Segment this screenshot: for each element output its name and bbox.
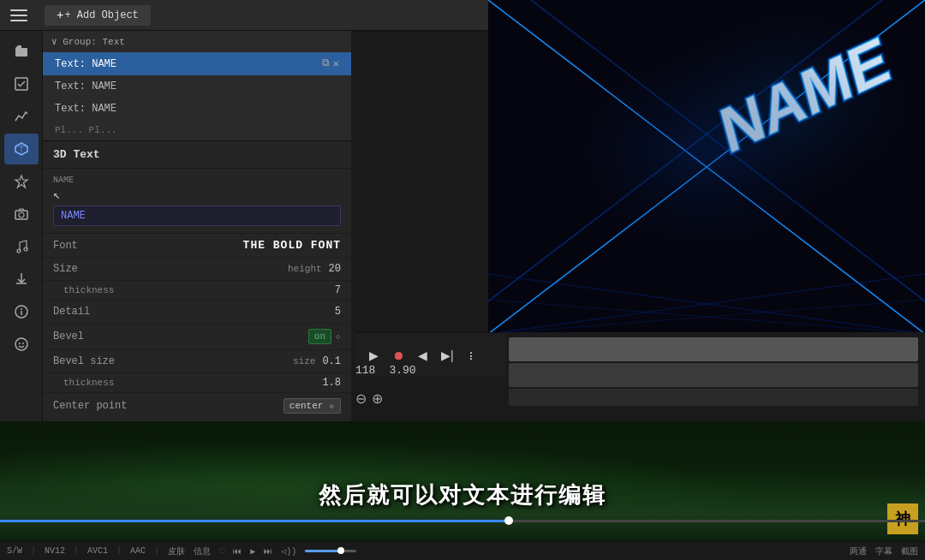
play-button[interactable]: ▶ xyxy=(366,346,382,365)
sidebar-item-3d[interactable] xyxy=(4,134,39,164)
progress-bar[interactable] xyxy=(0,520,925,522)
status-channels: 两通 xyxy=(850,545,867,557)
waveform-button[interactable]: ⫶ xyxy=(464,346,477,365)
sidebar-item-emoji[interactable] xyxy=(4,329,39,360)
menu-icon[interactable] xyxy=(10,9,27,21)
svg-point-3 xyxy=(19,212,24,217)
status-bar: S/W | NV12 | AVC1 | AAC | 皮肤 信息 □ ⏮ ▶ ⏭ … xyxy=(0,541,925,560)
group-header: ∨ Group: Text xyxy=(43,31,351,52)
panel-title: 3D Text xyxy=(43,141,351,169)
object-item-partial: Pl... Pl... xyxy=(43,120,351,140)
timeline-track-3 xyxy=(509,389,918,406)
copy-icon[interactable]: ⧉ xyxy=(322,57,330,70)
font-label: Font xyxy=(53,240,243,252)
status-right-group: 两通 字幕 截图 xyxy=(850,545,918,557)
bevel-size-row: Bevel size size 0.1 xyxy=(43,350,351,373)
object-item-2[interactable]: Text: NAME xyxy=(43,98,351,120)
timeline-track-1 xyxy=(509,337,918,361)
detail-label: Detail xyxy=(53,306,335,318)
record-button[interactable]: ⏺ xyxy=(389,346,408,365)
sidebar-item-checklist[interactable] xyxy=(4,69,39,99)
progress-thumb xyxy=(504,516,513,525)
size-thickness-label: thickness xyxy=(63,285,335,295)
rewind-button[interactable]: ◀ xyxy=(415,346,431,365)
prev-frame-button[interactable]: ⏮ xyxy=(233,546,242,557)
status-subtitles[interactable]: 字幕 xyxy=(875,545,892,557)
sidebar-item-camera[interactable] xyxy=(4,199,39,229)
timeline-track-2 xyxy=(509,363,918,387)
sidebar-icons xyxy=(0,31,43,421)
add-object-button[interactable]: + + Add Object xyxy=(45,5,151,26)
timecode-seconds: 3.90 xyxy=(389,364,415,377)
size-height-value[interactable]: 20 xyxy=(329,263,341,275)
size-thickness-value[interactable]: 7 xyxy=(335,284,341,296)
preview-viewport: NAME NAME NAME NAME xyxy=(488,31,925,334)
sidebar-item-download[interactable] xyxy=(4,264,39,295)
volume-slider[interactable] xyxy=(305,550,356,552)
bevel-thickness-value[interactable]: 1.8 xyxy=(322,377,341,389)
status-aac: AAC xyxy=(130,546,146,556)
zoom-controls: ⊖ ⊕ xyxy=(355,392,383,406)
svg-point-10 xyxy=(22,343,24,344)
timeline-panel xyxy=(505,332,925,421)
status-nv12: NV12 xyxy=(45,546,65,556)
bevel-dropdown-icon[interactable]: ⬦ xyxy=(335,331,341,343)
step-forward-button[interactable]: ▶| xyxy=(438,346,457,365)
text-input-row: NAME ↖ xyxy=(43,169,351,234)
sidebar-item-info[interactable] xyxy=(4,296,39,327)
detail-row: Detail 5 xyxy=(43,301,351,324)
object-list: ∨ Group: Text Text: NAME ⧉ ✕ Text: NAME … xyxy=(43,31,351,141)
bevel-row: Bevel on ⬦ xyxy=(43,324,351,350)
cursor-pointer-icon: ↖ xyxy=(53,188,60,202)
plus-icon: + xyxy=(57,9,63,22)
detail-value[interactable]: 5 xyxy=(335,306,341,318)
sidebar-item-music[interactable] xyxy=(4,231,39,262)
status-skin[interactable]: 皮肤 xyxy=(168,545,185,557)
svg-rect-29 xyxy=(488,31,925,334)
volume-thumb xyxy=(337,547,344,554)
font-value: THE BOLD FONT xyxy=(243,239,341,252)
zoom-in-button[interactable]: ⊕ xyxy=(372,392,383,406)
bevel-value-badge[interactable]: on xyxy=(308,329,331,344)
video-subtitle: 然后就可以对文本进行编辑 xyxy=(0,480,925,510)
main-layout: ∨ Group: Text Text: NAME ⧉ ✕ Text: NAME … xyxy=(0,31,925,421)
right-area: NAME NAME NAME NAME xyxy=(351,31,925,421)
object-item-0[interactable]: Text: NAME ⧉ ✕ xyxy=(43,52,351,75)
sidebar-item-star[interactable] xyxy=(4,166,39,197)
text-input-label: NAME xyxy=(53,176,341,185)
play-status-button[interactable]: ▶ xyxy=(250,546,255,557)
bevel-thickness-label: thickness xyxy=(63,378,322,388)
center-row: Center point center ⬦ xyxy=(43,393,351,420)
zoom-out-button[interactable]: ⊖ xyxy=(355,392,367,406)
volume-icon: ◁)) xyxy=(281,546,296,557)
progress-fill xyxy=(0,520,509,522)
text-name-input[interactable] xyxy=(53,206,341,226)
center-label: Center point xyxy=(53,400,283,412)
volume-track[interactable] xyxy=(305,550,356,552)
status-avc1: AVC1 xyxy=(87,546,108,556)
bevel-label: Bevel xyxy=(53,331,308,343)
bevel-size-label: Bevel size xyxy=(53,355,184,367)
close-icon[interactable]: ✕ xyxy=(333,57,339,70)
size-label: Size xyxy=(53,263,188,275)
object-item-1[interactable]: Text: NAME xyxy=(43,75,351,98)
volume-fill xyxy=(305,550,341,552)
status-info[interactable]: 信息 xyxy=(194,545,211,557)
size-height-label: height xyxy=(188,264,329,274)
size-thickness-row: thickness 7 xyxy=(43,281,351,301)
left-panel: ∨ Group: Text Text: NAME ⧉ ✕ Text: NAME … xyxy=(43,31,351,421)
svg-point-7 xyxy=(21,308,22,310)
status-screenshot[interactable]: 截图 xyxy=(901,545,918,557)
center-value-badge[interactable]: center ⬦ xyxy=(283,398,341,414)
timecode-display: 118 3.90 xyxy=(355,364,416,377)
next-frame-button[interactable]: ⏭ xyxy=(264,546,272,557)
bevel-size-size-value[interactable]: 0.1 xyxy=(322,355,341,367)
size-row: Size height 20 xyxy=(43,258,351,281)
svg-point-8 xyxy=(15,338,27,350)
properties-panel: 3D Text NAME ↖ Font THE BOLD FONT Size h… xyxy=(43,141,351,421)
svg-point-9 xyxy=(19,343,21,344)
sidebar-item-folder[interactable] xyxy=(4,36,39,67)
svg-rect-0 xyxy=(15,48,27,57)
sidebar-item-chart[interactable] xyxy=(4,101,39,132)
bevel-thickness-row: thickness 1.8 xyxy=(43,373,351,393)
